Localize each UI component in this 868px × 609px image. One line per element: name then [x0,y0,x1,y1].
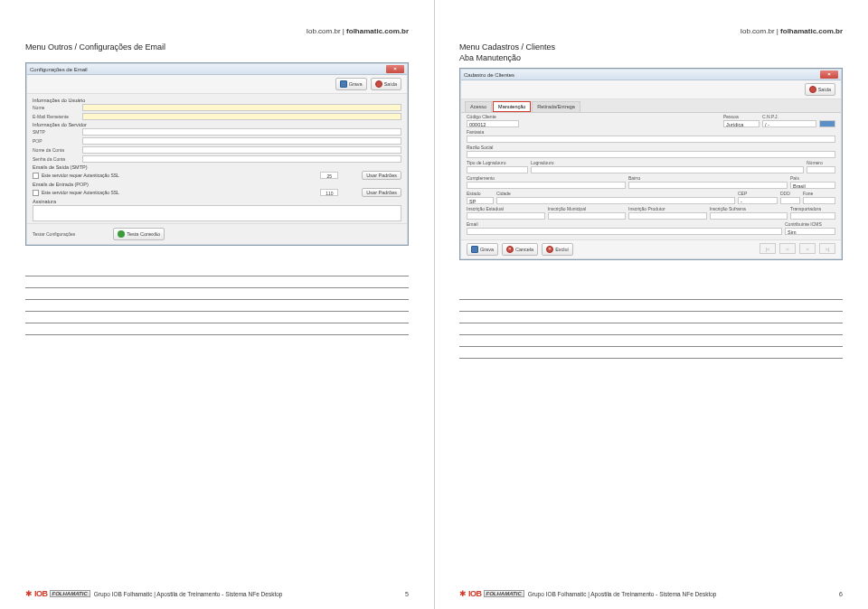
ssl-checkbox-pop[interactable] [33,190,39,196]
saida-button[interactable]: Saída [805,83,835,96]
insc-suf-input[interactable] [710,212,788,220]
label-senha-conta: Senha da Conta [33,156,80,162]
grava-button[interactable]: Grava [335,78,367,90]
label-cnpj: C.N.P.J. [762,114,816,119]
tabs: Acesso Manutenção Retirada/Entrega [461,99,841,113]
label-nome-conta: Nome da Conta [33,147,80,153]
label-insc-mun: Inscrição Municipal [548,206,627,211]
usar-padroes-pop-button[interactable]: Usar Padrões [362,188,401,197]
smtp-input[interactable] [82,128,401,136]
tipo-log-input[interactable] [467,166,528,173]
close-icon[interactable]: × [820,70,838,79]
label-ddd: DDD [780,191,800,196]
ssl-label-pop: Este servidor requer Autenticação SSL [42,190,317,195]
fone-input[interactable] [803,197,835,204]
ddd-input[interactable] [780,197,800,204]
bottom-toolbar: Grava Cancela Exclui |< < > >| [461,239,841,258]
logradouro-input[interactable] [531,166,804,173]
left-menu-title: Menu Outros / Configurações de Email [25,42,409,52]
label-numero: Número [807,160,835,165]
ssl-checkbox-smtp[interactable] [33,173,39,179]
pessoa-select[interactable]: Jurídica [723,120,760,127]
email-input[interactable] [467,228,782,235]
assinatura-input[interactable] [33,205,401,221]
link-plain: Iob.com.br | [741,27,780,35]
bairro-input[interactable] [628,182,788,189]
nav-first-button[interactable]: |< [760,243,776,254]
notes-lines-right [459,289,843,360]
right-sub-title: Aba Manutenção [459,53,843,62]
estado-select[interactable]: SP [467,197,494,204]
close-icon[interactable]: × [386,65,404,73]
insc-mun-input[interactable] [548,212,627,220]
footer-text: Grupo IOB Folhamatic | Apostila de Trein… [528,591,717,597]
insc-est-input[interactable] [467,212,545,220]
footer-right: ✱ IOB FOLHAMATIC Grupo IOB Folhamatic | … [459,589,843,598]
label-assinatura: Assinatura [33,199,401,204]
section-smtp-out: Emails de Saída (SMTP) [33,164,401,170]
link-bold: folhamatic.com.br [780,27,843,35]
contrib-select[interactable]: Sim [785,228,835,235]
screenshot-clientes: Cadastro de Clientes × Saída Acesso Manu… [459,68,843,260]
label-complemento: Complemento [467,175,626,181]
footer-text: Grupo IOB Folhamatic | Apostila de Trein… [94,591,283,597]
window-titlebar: Cadastro de Clientes × [461,70,841,80]
star-icon: ✱ [25,589,33,598]
port-pop-input[interactable]: 110 [320,189,338,196]
tab-acesso[interactable]: Acesso [465,101,492,112]
insc-prod-input[interactable] [628,212,707,220]
cancela-button[interactable]: Cancela [502,243,538,256]
header-link: Iob.com.br | folhamatic.com.br [459,27,843,35]
grava-button[interactable]: Grava [467,243,498,256]
label-razao: Razão Social [467,145,835,150]
codigo-cliente-input[interactable]: 000012 [467,120,519,127]
senha-conta-input[interactable] [82,155,401,163]
nav-next-button[interactable]: > [799,243,816,254]
cnpj-input[interactable]: / - [762,120,816,127]
toolbar: Grava Saída [27,75,407,94]
numero-input[interactable] [807,166,835,173]
tab-retirada[interactable]: Retirada/Entrega [532,101,580,112]
iob-text: IOB [468,589,482,598]
logo-iob: ✱ IOB FOLHAMATIC [25,589,90,598]
razao-input[interactable] [467,151,835,158]
cidade-input[interactable] [496,197,735,204]
nav-last-button[interactable]: >| [819,243,835,254]
complemento-input[interactable] [467,182,626,189]
usar-padroes-smtp-button[interactable]: Usar Padrões [362,171,401,180]
label-insc-est: Inscrição Estadual [467,206,545,211]
save-icon [340,80,347,88]
port-smtp-input[interactable]: 25 [320,172,338,179]
save-icon [471,246,478,253]
email-remetente-input[interactable] [82,113,401,120]
nome-input[interactable] [82,104,401,111]
exclui-button[interactable]: Exclui [542,243,573,256]
pop-input[interactable] [82,137,401,145]
screenshot-email-config: Configurações de Email × Grava Saída Inf… [25,62,409,246]
page-number: 6 [839,591,843,597]
tab-manutencao[interactable]: Manutenção [493,101,531,112]
ssl-label-smtp: Este servidor requer Autenticação SSL [42,173,317,178]
label-insc-suf: Inscrição Suframa [710,206,788,211]
label-tipo-log: Tipo de Logradouro [467,160,528,165]
label-cep: CEP [738,191,778,196]
page-left: Iob.com.br | folhamatic.com.br Menu Outr… [0,0,434,609]
label-email: Email [467,221,782,227]
testa-conexao-button[interactable]: Testa Conexão [113,228,165,240]
nav-prev-button[interactable]: < [779,243,796,254]
cep-input[interactable]: - [738,197,778,204]
label-email-remetente: E-Mail Remetente [33,114,80,119]
iob-text: IOB [34,589,48,598]
saida-button[interactable]: Saída [371,78,401,90]
label-nome: Nome [33,105,80,110]
fantasia-input[interactable] [467,136,835,143]
transp-select[interactable] [790,212,835,220]
right-menu-title: Menu Cadastros / Clientes [459,42,843,52]
label-logradouro: Logradouro [531,160,804,165]
label-insc-prod: Inscrição Produtor [628,206,707,211]
pais-input[interactable]: Brasil [790,182,835,189]
receita-icon[interactable] [819,120,835,127]
folhamatic-badge: FOLHAMATIC [50,590,90,597]
nome-conta-input[interactable] [82,146,401,154]
label-codigo-cliente: Código Cliente [467,114,519,119]
